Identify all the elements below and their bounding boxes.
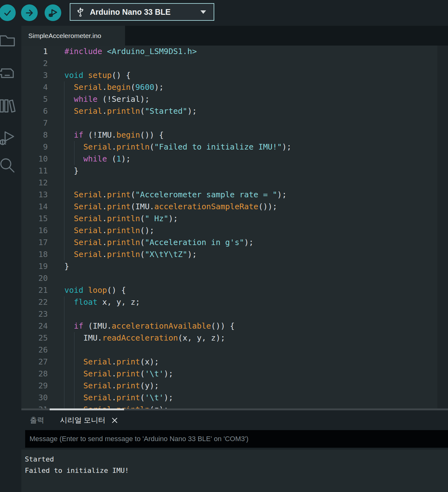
line-number: 2 [21, 57, 48, 69]
tab-label: SimpleAccelerometer.ino [28, 32, 101, 40]
board-selector-dropdown[interactable]: Arduino Nano 33 BLE [70, 3, 214, 21]
code-line[interactable]: 9 Serial.println("Failed to initialize I… [21, 141, 448, 153]
line-number: 18 [21, 249, 48, 260]
code-line[interactable]: 19} [21, 260, 448, 272]
indent-guide [64, 81, 64, 260]
code-text: Serial.begin(9600); [64, 81, 164, 93]
code-text: while (!Serial); [64, 93, 150, 105]
tab-output[interactable]: 출력 [30, 415, 44, 425]
board-name: Arduino Nano 33 BLE [90, 8, 200, 17]
code-line[interactable]: 29 Serial.print(y); [21, 380, 448, 392]
code-line[interactable]: 7 [21, 117, 448, 129]
line-number: 29 [21, 380, 48, 392]
code-line[interactable]: 21void loop() { [21, 284, 448, 296]
code-line[interactable]: 30 Serial.print('\t'); [21, 392, 448, 404]
serial-output-line: Started [25, 454, 448, 465]
code-line[interactable]: 28 Serial.print('\t'); [21, 368, 448, 380]
board-icon [0, 65, 16, 82]
code-line[interactable]: 5 while (!Serial); [21, 93, 448, 105]
code-text: Serial.println(" Hz"); [64, 213, 178, 225]
line-number: 4 [21, 81, 48, 93]
sidebar-item-search[interactable] [0, 157, 16, 174]
line-number: 20 [21, 272, 48, 284]
code-line[interactable]: 25 IMU.readAcceleration(x, y, z); [21, 332, 448, 344]
code-line[interactable]: 11 } [21, 165, 448, 177]
line-number: 19 [21, 260, 48, 272]
check-icon [3, 8, 12, 18]
code-line[interactable]: 13 Serial.print("Accelerometer sample ra… [21, 189, 448, 201]
code-line[interactable]: 2 [21, 57, 448, 69]
line-number: 6 [21, 105, 48, 117]
code-line[interactable]: 26 [21, 344, 448, 356]
code-text: Serial.println(z); [64, 404, 168, 408]
code-text: Serial.print(y); [64, 380, 159, 392]
code-text: float x, y, z; [64, 296, 140, 308]
line-number: 28 [21, 368, 48, 380]
code-text: Serial.print('\t'); [64, 368, 173, 380]
bottom-panel-tabs: 출력 시리얼 모니터 [21, 410, 448, 430]
sidebar-item-library-manager[interactable] [0, 97, 16, 115]
code-text: } [64, 260, 69, 272]
line-number: 3 [21, 69, 48, 81]
code-line[interactable]: 17 Serial.println("Acceleration in g's")… [21, 237, 448, 249]
line-number: 7 [21, 117, 48, 129]
line-number: 9 [21, 141, 48, 153]
code-line[interactable]: 15 Serial.println(" Hz"); [21, 213, 448, 225]
code-text: } [64, 165, 79, 177]
upload-button[interactable] [21, 4, 38, 21]
tab-simpleaccelerometer[interactable]: SimpleAccelerometer.ino [21, 26, 125, 46]
line-number: 27 [21, 356, 48, 368]
indent-guide [64, 296, 64, 408]
code-editor[interactable]: 1#include <Arduino_LSM9DS1.h>23void setu… [21, 46, 448, 408]
code-text: if (IMU.accelerationAvailable()) { [64, 320, 235, 332]
code-line[interactable]: 16 Serial.println(); [21, 225, 448, 237]
line-number: 23 [21, 308, 48, 320]
code-line[interactable]: 18 Serial.println("X\tY\tZ"); [21, 249, 448, 260]
code-line[interactable]: 12 [21, 177, 448, 189]
line-number: 12 [21, 177, 48, 189]
debug-icon [0, 130, 16, 147]
code-line[interactable]: 4 Serial.begin(9600); [21, 81, 448, 93]
line-number: 22 [21, 296, 48, 308]
editor-scrollbar-gutter[interactable] [437, 46, 448, 408]
line-number: 21 [21, 284, 48, 296]
toolbar: Arduino Nano 33 BLE [0, 0, 448, 26]
code-line[interactable]: 14 Serial.print(IMU.accelerationSampleRa… [21, 201, 448, 213]
debug-button[interactable] [45, 4, 61, 21]
tab-serial-monitor[interactable]: 시리얼 모니터 [60, 415, 118, 425]
close-icon[interactable] [112, 417, 118, 424]
code-text: void loop() { [64, 284, 126, 296]
search-icon [0, 157, 16, 174]
folder-icon [0, 32, 16, 49]
code-line[interactable]: 27 Serial.print(x); [21, 356, 448, 368]
code-line[interactable]: 22 float x, y, z; [21, 296, 448, 308]
indent-guide [74, 141, 74, 165]
serial-monitor-output[interactable]: StartedFailed to initialize IMU! [21, 450, 448, 492]
sidebar-item-boards-manager[interactable] [0, 65, 16, 82]
code-line[interactable]: 24 if (IMU.accelerationAvailable()) { [21, 320, 448, 332]
code-line[interactable]: 20 [21, 272, 448, 284]
code-text: Serial.print(IMU.accelerationSampleRate(… [64, 201, 277, 213]
verify-button[interactable] [0, 4, 16, 21]
line-number: 26 [21, 344, 48, 356]
sidebar-item-debug[interactable] [0, 130, 16, 147]
serial-message-input[interactable] [25, 430, 448, 448]
indent-guide [74, 332, 74, 408]
line-number: 24 [21, 320, 48, 332]
activity-sidebar [0, 26, 21, 492]
arrow-right-icon [25, 8, 34, 18]
line-number: 25 [21, 332, 48, 344]
code-line[interactable]: 8 if (!IMU.begin()) { [21, 129, 448, 141]
sidebar-item-sketchbook[interactable] [0, 32, 16, 50]
debug-icon [48, 8, 58, 18]
code-line[interactable]: 1#include <Arduino_LSM9DS1.h> [21, 46, 448, 57]
code-line[interactable]: 6 Serial.println("Started"); [21, 105, 448, 117]
code-line[interactable]: 23 [21, 308, 448, 320]
code-line[interactable]: 31 Serial.println(z); [21, 404, 448, 408]
books-icon [0, 97, 16, 114]
code-line[interactable]: 10 while (1); [21, 153, 448, 165]
code-line[interactable]: 3void setup() { [21, 69, 448, 81]
line-number: 11 [21, 165, 48, 177]
code-text: Serial.println("X\tY\tZ"); [64, 249, 197, 260]
line-number: 16 [21, 225, 48, 237]
